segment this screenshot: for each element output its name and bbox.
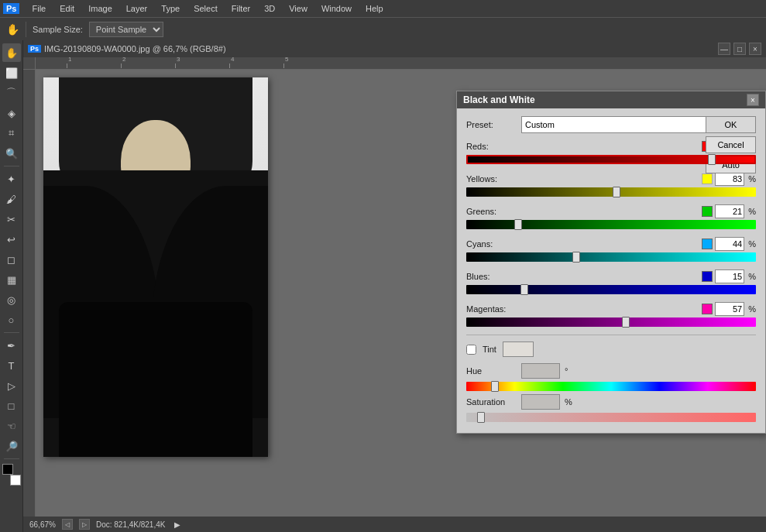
zoom-level: 66,67%	[29, 520, 56, 529]
yellows-value-input[interactable]	[715, 172, 744, 186]
tint-checkbox[interactable]	[466, 345, 476, 355]
yellows-pct-label: %	[748, 174, 756, 184]
magentas-slider-track[interactable]	[466, 317, 756, 327]
menu-3d[interactable]: 3D	[258, 2, 281, 15]
hue-slider-thumb[interactable]	[491, 381, 499, 392]
ok-button[interactable]: OK	[706, 116, 756, 133]
hand-tool[interactable]: ☜	[2, 417, 21, 435]
menu-window[interactable]: Window	[315, 2, 358, 15]
clone-stamp-tool[interactable]: ✂	[2, 210, 21, 228]
doc-minimize-btn[interactable]: —	[718, 43, 730, 55]
blues-value-input[interactable]	[715, 269, 744, 283]
cancel-button[interactable]: Cancel	[706, 136, 756, 153]
greens-value-input[interactable]	[715, 204, 744, 218]
menu-edit[interactable]: Edit	[53, 2, 81, 15]
eraser-tool[interactable]: ◻	[2, 250, 21, 269]
doc-title: IMG-20190809-WA0000.jpg @ 66,7% (RGB/8#)	[44, 44, 715, 53]
doc-size-info: Doc: 821,4K/821,4K	[96, 520, 166, 529]
hue-label: Hue	[466, 366, 517, 376]
doc-title-bar: Ps IMG-20190809-WA0000.jpg @ 66,7% (RGB/…	[23, 40, 766, 57]
hue-slider-track[interactable]	[466, 382, 756, 391]
preset-select[interactable]: Custom	[521, 116, 721, 133]
hue-row: Hue °	[466, 363, 756, 379]
lasso-tool[interactable]: ⌒	[2, 84, 21, 102]
hue-value-input[interactable]	[521, 363, 560, 379]
saturation-slider-thumb[interactable]	[477, 412, 485, 423]
reds-slider-thumb[interactable]	[708, 154, 716, 165]
bw-dialog-content: Preset: Custom ▼ ⚙ OK Cancel Auto	[457, 108, 765, 433]
status-expand-arrow[interactable]: ▶	[174, 520, 180, 529]
tint-color-swatch[interactable]	[503, 342, 534, 357]
move-tool[interactable]: ✋	[2, 43, 21, 62]
quick-select-tool[interactable]: ◈	[2, 104, 21, 122]
greens-slider-track[interactable]	[466, 220, 756, 229]
canvas-area: Ps IMG-20190809-WA0000.jpg @ 66,7% (RGB/…	[23, 40, 766, 532]
ruler-horizontal: 1 2 3 4 5	[36, 57, 766, 70]
blues-pct-label: %	[748, 272, 756, 281]
zoom-tool[interactable]: 🔎	[2, 437, 21, 455]
gradient-tool[interactable]: ▦	[2, 270, 21, 289]
cyans-value-input[interactable]	[715, 237, 744, 251]
bw-dialog-title: Black and White	[463, 94, 535, 105]
magentas-value-input[interactable]	[715, 302, 744, 316]
path-select-tool[interactable]: ▷	[2, 376, 21, 395]
blues-slider-thumb[interactable]	[520, 284, 528, 295]
greens-slider-thumb[interactable]	[514, 219, 522, 230]
yellows-color-dot	[702, 173, 713, 184]
tool-separator-2	[4, 332, 19, 333]
tool-panel: ✋ ⬜ ⌒ ◈ ⌗ 🔍 ✦ 🖌 ✂ ↩ ◻ ▦ ◎ ○ ✒ T ▷ □ ☜ 🔎	[0, 40, 23, 532]
shape-tool[interactable]: □	[2, 396, 21, 415]
blur-tool[interactable]: ◎	[2, 290, 21, 309]
bw-divider	[466, 335, 756, 335]
yellows-slider-thumb[interactable]	[613, 187, 620, 197]
menu-filter[interactable]: Filter	[225, 2, 256, 15]
type-tool[interactable]: T	[2, 356, 21, 375]
menu-help[interactable]: Help	[359, 2, 390, 15]
history-brush-tool[interactable]: ↩	[2, 230, 21, 249]
yellows-slider-track[interactable]	[466, 187, 756, 197]
menu-file[interactable]: File	[26, 2, 52, 15]
sample-size-label: Sample Size:	[33, 25, 83, 34]
cyans-pct-label: %	[748, 239, 756, 249]
color-swatches[interactable]	[2, 464, 21, 486]
status-nav-left[interactable]: ◁	[62, 519, 73, 530]
menu-image[interactable]: Image	[82, 2, 119, 15]
greens-label: Greens:	[466, 207, 496, 216]
blues-slider-track[interactable]	[466, 285, 756, 294]
magentas-slider-row: Magentas: %	[466, 302, 756, 327]
pen-tool[interactable]: ✒	[2, 336, 21, 355]
brush-tool[interactable]: 🖌	[2, 190, 21, 208]
toolbar: ✋ Sample Size: Point Sample	[0, 17, 766, 40]
crop-tool[interactable]: ⌗	[2, 124, 21, 142]
cyans-color-dot	[702, 239, 713, 249]
reds-slider-track[interactable]	[466, 155, 756, 164]
menu-view[interactable]: View	[283, 2, 314, 15]
move-tool-icon[interactable]: ✋	[6, 23, 19, 36]
status-nav-right[interactable]: ▷	[79, 519, 90, 530]
cyans-slider-row: Cyans: %	[466, 237, 756, 262]
bw-close-button[interactable]: ×	[747, 94, 759, 106]
saturation-slider-track[interactable]	[466, 413, 756, 422]
tool-separator-3	[4, 458, 19, 459]
yellows-label: Yellows:	[466, 174, 497, 184]
eyedropper-tool[interactable]: 🔍	[2, 144, 21, 163]
marquee-tool[interactable]: ⬜	[2, 63, 21, 82]
menu-select[interactable]: Select	[187, 2, 224, 15]
magentas-slider-thumb[interactable]	[622, 317, 630, 328]
blues-label: Blues:	[466, 272, 490, 281]
cyans-label: Cyans:	[466, 239, 493, 249]
doc-maximize-btn[interactable]: □	[733, 43, 746, 55]
bw-title-bar: Black and White ×	[457, 91, 765, 108]
sample-size-select[interactable]: Point Sample	[89, 22, 163, 37]
cyans-slider-track[interactable]	[466, 252, 756, 262]
tool-separator-1	[4, 166, 19, 166]
doc-close-btn[interactable]: ×	[749, 43, 761, 55]
menu-layer[interactable]: Layer	[120, 2, 154, 15]
menu-type[interactable]: Type	[155, 2, 186, 15]
ruler-vertical	[23, 70, 36, 517]
cyans-slider-thumb[interactable]	[572, 252, 580, 263]
dodge-tool[interactable]: ○	[2, 311, 21, 329]
magentas-pct-label: %	[748, 304, 756, 314]
spot-heal-tool[interactable]: ✦	[2, 170, 21, 188]
saturation-value-input[interactable]	[521, 394, 560, 410]
